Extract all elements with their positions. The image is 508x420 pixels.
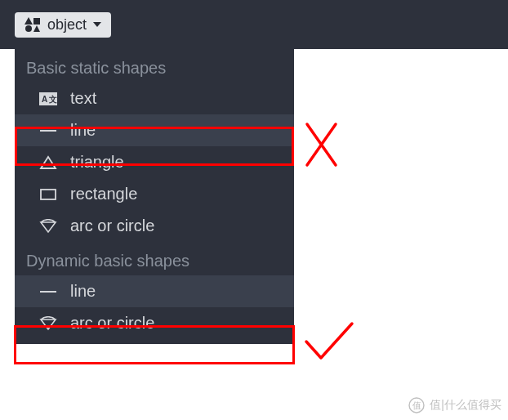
menu-item-dynamic-arc-circle[interactable]: arc or circle [15,307,294,339]
menu-item-rectangle[interactable]: rectangle [15,178,294,210]
triangle-icon [38,155,59,170]
svg-text:值: 值 [412,400,421,410]
object-icon [25,17,41,32]
svg-rect-1 [33,18,40,25]
menu-item-label: line [70,121,96,140]
object-button-label: object [47,16,87,34]
svg-text:文: 文 [48,95,57,104]
menu-item-label: rectangle [70,185,137,203]
line-icon [38,285,59,298]
arc-icon [38,316,59,331]
menu-item-label: text [70,89,96,108]
watermark-text: 值|什么值得买 [430,398,501,413]
menu-item-label: arc or circle [70,314,154,333]
object-dropdown-menu: Basic static shapes A 文 text line [15,49,294,344]
rectangle-icon [38,187,59,202]
svg-point-2 [25,25,32,32]
app-toolbar: object [0,0,508,49]
object-dropdown-button[interactable]: object [15,12,111,38]
svg-rect-9 [41,190,56,199]
menu-item-static-line[interactable]: line [15,114,294,146]
menu-item-label: triangle [70,153,124,172]
menu-item-triangle[interactable]: triangle [15,146,294,178]
menu-item-label: line [70,282,96,301]
svg-marker-3 [33,25,40,32]
svg-marker-0 [25,17,33,25]
dropdown-section-static: Basic static shapes [15,49,294,83]
svg-text:A: A [42,95,47,104]
menu-item-text[interactable]: A 文 text [15,83,294,114]
chevron-down-icon [93,22,101,27]
line-icon [38,124,59,137]
menu-item-dynamic-line[interactable]: line [15,275,294,307]
svg-marker-8 [41,157,56,168]
menu-item-arc-circle[interactable]: arc or circle [15,210,294,242]
screenshot-root: object Basic static shapes A 文 text [0,0,508,420]
arc-icon [38,219,59,234]
watermark-icon: 值 [408,397,425,413]
watermark: 值 值|什么值得买 [408,397,501,413]
dropdown-section-dynamic: Dynamic basic shapes [15,242,294,275]
menu-item-label: arc or circle [70,217,154,235]
text-icon: A 文 [38,92,59,105]
